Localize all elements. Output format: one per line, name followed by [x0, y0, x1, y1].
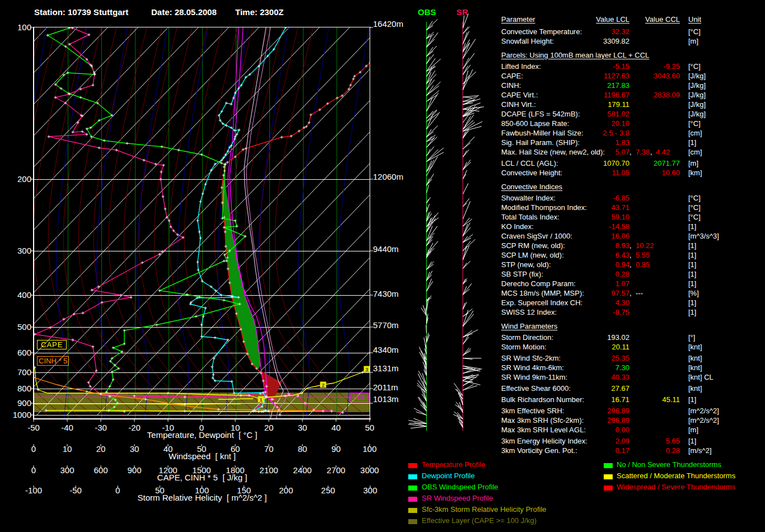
svg-text:1: 1	[259, 397, 262, 403]
svg-text:3: 3	[365, 367, 368, 372]
svg-text:2: 2	[321, 382, 324, 388]
